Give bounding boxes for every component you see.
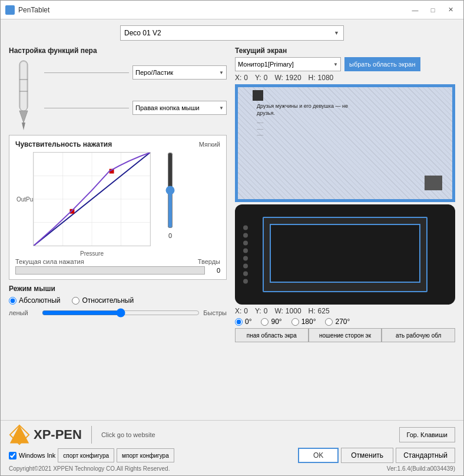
tablet-btn-7 xyxy=(243,272,248,276)
svg-marker-4 xyxy=(19,111,28,123)
line-connector-1 xyxy=(44,72,129,73)
rotation-270-text: 270° xyxy=(335,318,350,326)
tablet-coord-y: Y: 0 xyxy=(255,307,267,315)
tablet-coord-x: X: 0 xyxy=(235,307,248,315)
device-select[interactable]: Deco 01 V2 xyxy=(120,25,344,41)
tab-select-area[interactable]: ать рабочую обл xyxy=(382,328,455,342)
radio-row: Абсолютный Относительный xyxy=(9,296,227,305)
footer-actions-row: Windows Ink спорт конфигура мпорт конфиг… xyxy=(9,448,455,463)
tablet-btn-5 xyxy=(243,256,248,261)
rotation-0-label[interactable]: 0° xyxy=(235,318,251,326)
select-area-button[interactable]: ыбрать область экран xyxy=(344,57,420,71)
coord-h: H: 1080 xyxy=(309,74,334,82)
windows-ink-label[interactable]: Windows Ink xyxy=(9,452,55,460)
pressure-bar-label: Текущая сила нажатия xyxy=(15,258,84,265)
tablet-x-label: X: xyxy=(235,307,241,315)
radio-abs-label[interactable]: Абсолютный xyxy=(9,296,60,305)
screen-preview: Друзья мужчины и его девушка — не друзья… xyxy=(235,84,455,202)
radio-rel-label[interactable]: Относительный xyxy=(72,296,134,305)
tablet-coord-h: H: 625 xyxy=(309,307,330,315)
tablet-w-label: W: xyxy=(274,307,283,315)
tablet-btn-1 xyxy=(243,226,248,230)
xp-separator xyxy=(91,426,92,444)
default-button[interactable]: Стандартный xyxy=(396,448,455,463)
maximize-button[interactable]: □ xyxy=(425,4,441,16)
pressure-section: Чувствительность нажатия Мягкий OutPut xyxy=(9,135,227,280)
speed-slow-label: леный xyxy=(9,309,38,316)
dark-square xyxy=(253,90,263,101)
main-content: Deco 01 V2 Настройка функций пера xyxy=(1,19,463,420)
close-button[interactable]: ✕ xyxy=(442,4,459,16)
tablet-w-value: 1000 xyxy=(286,307,301,315)
pen-illustration: Перо/Ластик Правая кнопка мыши xyxy=(9,55,227,125)
coord-x-value: 0 xyxy=(244,74,248,82)
screen-dropdown[interactable]: Монитор1[Primary] xyxy=(235,57,341,71)
version-text: Ver:1.6.4(Build:a0034439) xyxy=(387,465,455,472)
dropdown-row-2: Правая кнопка мыши xyxy=(44,101,227,115)
coord-w-value: 1920 xyxy=(286,74,301,82)
svg-text:X: X xyxy=(17,432,22,439)
pen-image xyxy=(9,55,38,125)
left-panel: Настройка функций пера xyxy=(9,47,227,414)
output-label: OutPut xyxy=(16,196,35,203)
pen-dropdown-1[interactable]: Перо/Ластик xyxy=(132,65,227,80)
rotation-90-radio[interactable] xyxy=(261,318,269,326)
speed-slider[interactable] xyxy=(42,308,200,318)
tablet-btn-6 xyxy=(243,264,248,269)
radio-rel[interactable] xyxy=(72,297,79,305)
xp-pen-logo-text: XP-PEN xyxy=(34,427,82,442)
screen-section-title: Текущий экран xyxy=(235,47,287,55)
hot-keys-button[interactable]: Гор. Клавиши xyxy=(399,427,455,442)
screen-text: Друзья мужчины и его девушка — не друзья… xyxy=(257,103,348,138)
ok-button[interactable]: OK xyxy=(298,448,339,463)
pressure-graph-svg xyxy=(34,153,150,246)
soft-label: Мягкий xyxy=(199,141,220,148)
radio-rel-text: Относительный xyxy=(82,296,134,305)
pressure-slider[interactable] xyxy=(164,152,176,229)
rotation-90-label[interactable]: 90° xyxy=(261,318,281,326)
rotation-0-radio[interactable] xyxy=(235,318,243,326)
coord-y-value: 0 xyxy=(264,74,268,82)
coord-x: X: 0 xyxy=(235,74,248,82)
export-config-button[interactable]: спорт конфигура xyxy=(58,448,114,462)
mouse-section: Режим мыши Абсолютный Относительный лены… xyxy=(9,285,227,318)
tablet-btn-8 xyxy=(243,279,248,284)
rotation-180-label[interactable]: 180° xyxy=(291,318,316,326)
screen-text-lines: ..... ..... ..... xyxy=(257,119,348,137)
rotation-270-radio[interactable] xyxy=(325,318,333,326)
tablet-btn-4 xyxy=(243,249,248,253)
rotation-180-radio[interactable] xyxy=(291,318,299,326)
pressure-label: Pressure xyxy=(80,250,104,257)
main-window: PenTablet — □ ✕ Deco 01 V2 Настройка фун… xyxy=(0,0,464,476)
tab-ratio[interactable]: ношение сторон эк xyxy=(309,328,382,342)
screen-section: Текущий экран Монитор1[Primary] ыбрать о… xyxy=(235,47,455,342)
app-icon xyxy=(5,5,15,15)
main-row: Настройка функций пера xyxy=(9,47,455,414)
graph-area[interactable] xyxy=(33,152,151,246)
xp-pen-logo: X XP-PEN xyxy=(9,424,82,445)
coord-h-label: H: xyxy=(309,74,316,82)
pen-dropdown-2[interactable]: Правая кнопка мыши xyxy=(132,101,227,115)
coord-w: W: 1920 xyxy=(274,74,301,82)
radio-abs[interactable] xyxy=(9,297,16,305)
screen-header: Монитор1[Primary] ыбрать область экран xyxy=(235,57,455,71)
pressure-bottom: Текущая сила нажатия Тверды 0 xyxy=(15,258,220,275)
pen-dropdown-1-wrapper: Перо/Ластик xyxy=(132,65,227,80)
rotation-180-text: 180° xyxy=(301,318,316,326)
coord-y: Y: 0 xyxy=(255,74,267,82)
pen-dropdown-2-wrapper: Правая кнопка мыши xyxy=(132,101,227,115)
cancel-button[interactable]: Отменить xyxy=(341,448,393,463)
click-website-text[interactable]: Click go to website xyxy=(101,431,155,438)
tab-work-area[interactable]: пная область экра xyxy=(235,328,309,342)
coords-row: X: 0 Y: 0 W: 1920 H: 108 xyxy=(235,74,455,82)
footer-logo-row: X XP-PEN Click go to website Гор. Клавиш… xyxy=(9,424,455,445)
tablet-coord-w: W: 1000 xyxy=(274,307,301,315)
pressure-body: OutPut xyxy=(15,152,220,246)
import-config-button[interactable]: мпорт конфигура xyxy=(117,448,174,462)
slider-value: 0 xyxy=(168,232,172,239)
pressure-labels-row: Текущая сила нажатия Тверды xyxy=(15,258,220,265)
minimize-button[interactable]: — xyxy=(407,4,423,16)
device-select-wrapper: Deco 01 V2 xyxy=(120,25,344,41)
rotation-270-label[interactable]: 270° xyxy=(325,318,350,326)
windows-ink-checkbox[interactable] xyxy=(9,452,16,460)
